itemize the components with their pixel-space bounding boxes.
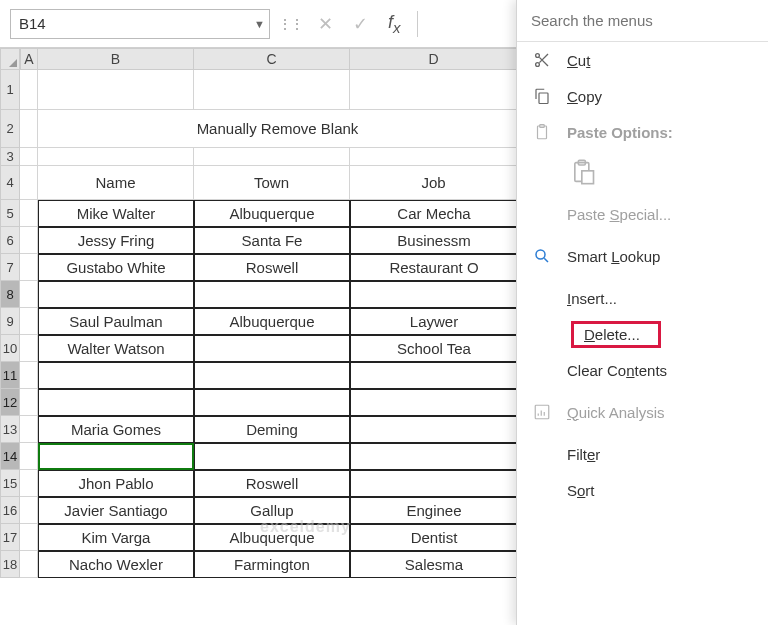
row-header-4[interactable]: 4 <box>0 166 20 200</box>
cell-B3[interactable] <box>38 148 194 166</box>
row-header-12[interactable]: 12 <box>0 389 20 416</box>
cell-C18[interactable]: Farmington <box>194 551 350 578</box>
cell-D6[interactable]: Businessm <box>350 227 518 254</box>
menu-delete[interactable]: Delete... <box>517 316 768 352</box>
cell-B12[interactable] <box>38 389 194 416</box>
cell-D5[interactable]: Car Mecha <box>350 200 518 227</box>
column-header-B[interactable]: B <box>38 48 194 70</box>
cell-D3[interactable] <box>350 148 518 166</box>
cell-B16[interactable]: Javier Santiago <box>38 497 194 524</box>
menu-clear-contents[interactable]: Clear Contents <box>517 352 768 388</box>
cell-B8[interactable] <box>38 281 194 308</box>
cell-B13[interactable]: Maria Gomes <box>38 416 194 443</box>
cell-B9[interactable]: Saul Paulman <box>38 308 194 335</box>
row-header-17[interactable]: 17 <box>0 524 20 551</box>
cell-B17[interactable]: Kim Varga <box>38 524 194 551</box>
cell-B11[interactable] <box>38 362 194 389</box>
cell-D7[interactable]: Restaurant O <box>350 254 518 281</box>
cell-B7[interactable]: Gustabo White <box>38 254 194 281</box>
delete-highlight: Delete... <box>571 321 661 348</box>
menu-insert[interactable]: Insert... <box>517 280 768 316</box>
cell-B18[interactable]: Nacho Wexler <box>38 551 194 578</box>
cell-C14[interactable] <box>194 443 350 470</box>
cell-C1[interactable] <box>194 70 350 110</box>
cell-C13[interactable]: Deming <box>194 416 350 443</box>
cell-D17[interactable]: Dentist <box>350 524 518 551</box>
cell-D14[interactable] <box>350 443 518 470</box>
formula-bar-icons: ✕ ✓ fx <box>310 12 409 36</box>
cell-D12[interactable] <box>350 389 518 416</box>
cell-D11[interactable] <box>350 362 518 389</box>
cell-B15[interactable]: Jhon Pablo <box>38 470 194 497</box>
menu-search-input[interactable] <box>517 0 768 42</box>
row-header-8[interactable]: 8 <box>0 281 20 308</box>
fx-icon[interactable]: fx <box>388 12 401 36</box>
menu-label: Smart Lookup <box>567 248 660 265</box>
cell-D15[interactable] <box>350 470 518 497</box>
cell-C7[interactable]: Roswell <box>194 254 350 281</box>
menu-paste-special: Paste Special... <box>517 196 768 232</box>
cell-C5[interactable]: Albuquerque <box>194 200 350 227</box>
menu-cut[interactable]: Cut <box>517 42 768 78</box>
menu-smart-lookup[interactable]: Smart Lookup <box>517 238 768 274</box>
row-header-9[interactable]: 9 <box>0 308 20 335</box>
cell-C3[interactable] <box>194 148 350 166</box>
cell-C9[interactable]: Albuquerque <box>194 308 350 335</box>
header-town[interactable]: Town <box>194 166 350 200</box>
menu-filter[interactable]: Filter <box>517 436 768 472</box>
cell-B5[interactable]: Mike Walter <box>38 200 194 227</box>
row-header-11[interactable]: 11 <box>0 362 20 389</box>
select-all-corner[interactable] <box>0 48 20 70</box>
cell-D18[interactable]: Salesma <box>350 551 518 578</box>
spreadsheet-grid[interactable]: ABCD 12Manually Remove Blank34NameTownJo… <box>0 48 518 625</box>
confirm-icon[interactable]: ✓ <box>353 13 368 35</box>
cell-C16[interactable]: Gallup <box>194 497 350 524</box>
cell-D13[interactable] <box>350 416 518 443</box>
paste-icon[interactable] <box>569 158 597 189</box>
column-header-D[interactable]: D <box>350 48 518 70</box>
cell-B14[interactable] <box>38 443 194 470</box>
cell-D1[interactable] <box>350 70 518 110</box>
cell-D9[interactable]: Laywer <box>350 308 518 335</box>
row-header-6[interactable]: 6 <box>0 227 20 254</box>
row-header-3[interactable]: 3 <box>0 148 20 166</box>
column-header-A[interactable]: A <box>20 48 38 70</box>
cell-C6[interactable]: Santa Fe <box>194 227 350 254</box>
cell-C12[interactable] <box>194 389 350 416</box>
cell-B10[interactable]: Walter Watson <box>38 335 194 362</box>
quick-analysis-icon <box>531 403 553 421</box>
header-name[interactable]: Name <box>38 166 194 200</box>
row-header-10[interactable]: 10 <box>0 335 20 362</box>
menu-copy[interactable]: Copy <box>517 78 768 114</box>
cell-B6[interactable]: Jessy Fring <box>38 227 194 254</box>
cell-A1[interactable] <box>20 70 38 110</box>
name-box[interactable]: B14 ▼ <box>10 9 270 39</box>
row-header-1[interactable]: 1 <box>0 70 20 110</box>
cell-D8[interactable] <box>350 281 518 308</box>
cell-C17[interactable]: Albuquerque <box>194 524 350 551</box>
chevron-down-icon[interactable]: ▼ <box>254 18 265 30</box>
row-header-16[interactable]: 16 <box>0 497 20 524</box>
cancel-icon[interactable]: ✕ <box>318 13 333 35</box>
cell-C10[interactable] <box>194 335 350 362</box>
row-header-2[interactable]: 2 <box>0 110 20 148</box>
row-header-14[interactable]: 14 <box>0 443 20 470</box>
row-header-5[interactable]: 5 <box>0 200 20 227</box>
menu-sort[interactable]: Sort <box>517 472 768 508</box>
title-cell[interactable]: Manually Remove Blank <box>38 110 518 148</box>
column-header-C[interactable]: C <box>194 48 350 70</box>
cell-D16[interactable]: Enginee <box>350 497 518 524</box>
cell-C15[interactable]: Roswell <box>194 470 350 497</box>
row-1: 1 <box>0 70 518 110</box>
drag-handle-icon[interactable]: ⋮⋮ <box>278 16 302 32</box>
cell-A3[interactable] <box>20 148 38 166</box>
header-job[interactable]: Job <box>350 166 518 200</box>
cell-D10[interactable]: School Tea <box>350 335 518 362</box>
row-header-18[interactable]: 18 <box>0 551 20 578</box>
row-header-13[interactable]: 13 <box>0 416 20 443</box>
cell-C8[interactable] <box>194 281 350 308</box>
row-header-15[interactable]: 15 <box>0 470 20 497</box>
row-header-7[interactable]: 7 <box>0 254 20 281</box>
cell-B1[interactable] <box>38 70 194 110</box>
cell-C11[interactable] <box>194 362 350 389</box>
